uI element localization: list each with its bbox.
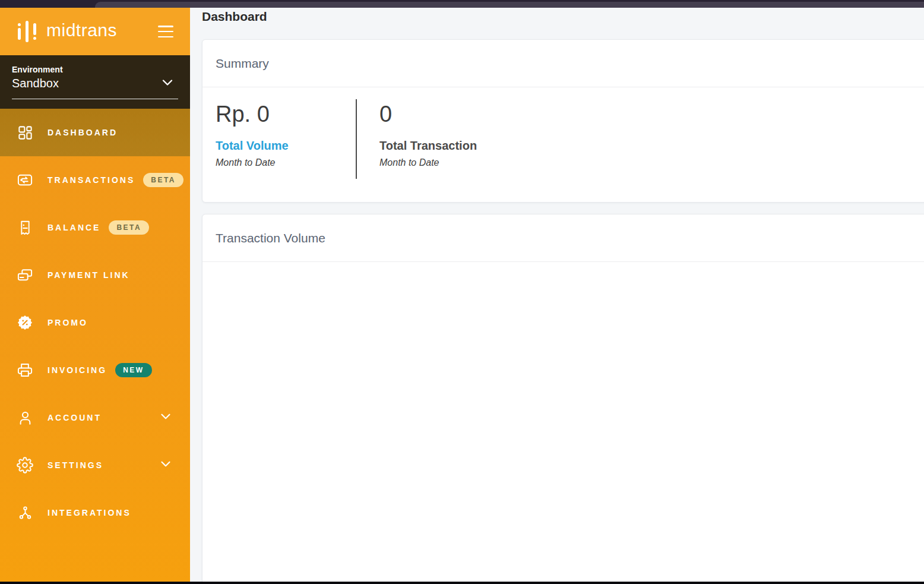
sidebar-item-promo[interactable]: PROMO: [0, 299, 190, 346]
metric-divider: [356, 99, 357, 179]
sidebar-item-invoicing[interactable]: INVOICING NEW: [0, 346, 190, 394]
beta-badge: BETA: [143, 173, 183, 187]
window-bottom-edge: [0, 582, 924, 584]
chevron-down-icon: [159, 74, 176, 93]
summary-card: Summary Rp. 0 Total Volume Month to Date…: [202, 39, 924, 203]
dashboard-icon: [17, 124, 33, 141]
sidebar-item-label: BALANCE: [48, 223, 100, 232]
environment-selector[interactable]: Environment Sandbox: [0, 55, 190, 109]
sidebar-item-label: PAYMENT LINK: [48, 270, 130, 280]
main-content: Dashboard Summary Rp. 0 Total Volume Mon…: [190, 8, 924, 582]
total-transaction-period: Month to Date: [379, 157, 477, 168]
sidebar-item-label: INTEGRATIONS: [48, 508, 131, 517]
browser-tab: [95, 2, 924, 8]
sidebar-item-label: INVOICING: [48, 365, 107, 375]
environment-value: Sandbox: [12, 77, 178, 90]
chevron-down-icon: [158, 409, 173, 427]
midtrans-logo[interactable]: midtrans: [17, 18, 117, 45]
total-transaction-label: Total Transaction: [379, 139, 477, 153]
sidebar-item-dashboard[interactable]: DASHBOARD: [0, 109, 190, 156]
payment-link-icon: [17, 267, 33, 283]
sidebar-item-label: PROMO: [48, 318, 88, 327]
new-badge: NEW: [115, 363, 152, 377]
sidebar-item-label: DASHBOARD: [48, 128, 118, 137]
account-icon: [17, 409, 33, 426]
environment-label: Environment: [12, 65, 178, 74]
total-volume-value: Rp. 0: [216, 102, 289, 127]
balance-icon: [17, 219, 33, 236]
sidebar: midtrans Environment Sandbox: [0, 8, 190, 582]
transaction-volume-card-header: Transaction Volume: [202, 214, 924, 262]
summary-card-title: Summary: [216, 56, 269, 71]
chevron-down-icon: [158, 456, 173, 474]
browser-top-bar: [0, 0, 924, 8]
sidebar-item-payment-link[interactable]: PAYMENT LINK: [0, 251, 190, 299]
total-transaction-value: 0: [379, 102, 477, 127]
environment-underline: [12, 99, 178, 99]
brand-name: midtrans: [46, 20, 117, 40]
sidebar-item-integrations[interactable]: INTEGRATIONS: [0, 489, 190, 536]
settings-icon: [17, 457, 33, 473]
sidebar-item-label: TRANSACTIONS: [48, 175, 135, 185]
sidebar-item-label: SETTINGS: [48, 460, 103, 470]
summary-body: Rp. 0 Total Volume Month to Date 0 Total…: [202, 87, 924, 203]
sidebar-item-transactions[interactable]: TRANSACTIONS BETA: [0, 156, 190, 204]
sidebar-item-balance[interactable]: BALANCE BETA: [0, 204, 190, 251]
midtrans-dashboard-window: midtrans Environment Sandbox: [0, 0, 924, 584]
integrations-icon: [17, 504, 33, 521]
total-volume-period: Month to Date: [216, 157, 289, 168]
total-volume-metric: Rp. 0 Total Volume Month to Date: [216, 87, 289, 168]
transaction-volume-card: Transaction Volume 0.0 14/09 15/09 16/09…: [202, 214, 924, 584]
sidebar-item-account[interactable]: ACCOUNT: [0, 394, 190, 441]
invoicing-icon: [17, 362, 33, 378]
promo-icon: [17, 314, 33, 331]
page-title: Dashboard: [202, 10, 267, 24]
transaction-volume-card-title: Transaction Volume: [216, 231, 325, 245]
total-volume-link[interactable]: Total Volume: [216, 139, 289, 153]
transactions-icon: [17, 172, 33, 188]
total-transaction-metric: 0 Total Transaction Month to Date: [379, 87, 477, 168]
sidebar-nav: DASHBOARD TRANSACTIONS BETA: [0, 109, 190, 536]
sidebar-header: midtrans: [0, 8, 190, 55]
sidebar-item-label: ACCOUNT: [48, 413, 102, 422]
midtrans-logo-icon: [17, 18, 39, 45]
beta-badge: BETA: [109, 220, 149, 235]
sidebar-item-settings[interactable]: SETTINGS: [0, 441, 190, 489]
summary-card-header: Summary: [202, 40, 924, 87]
transaction-volume-chart: 0.0 14/09 15/09 16/09 17/09 18/09 19/09: [202, 262, 924, 584]
menu-icon[interactable]: [158, 26, 173, 37]
